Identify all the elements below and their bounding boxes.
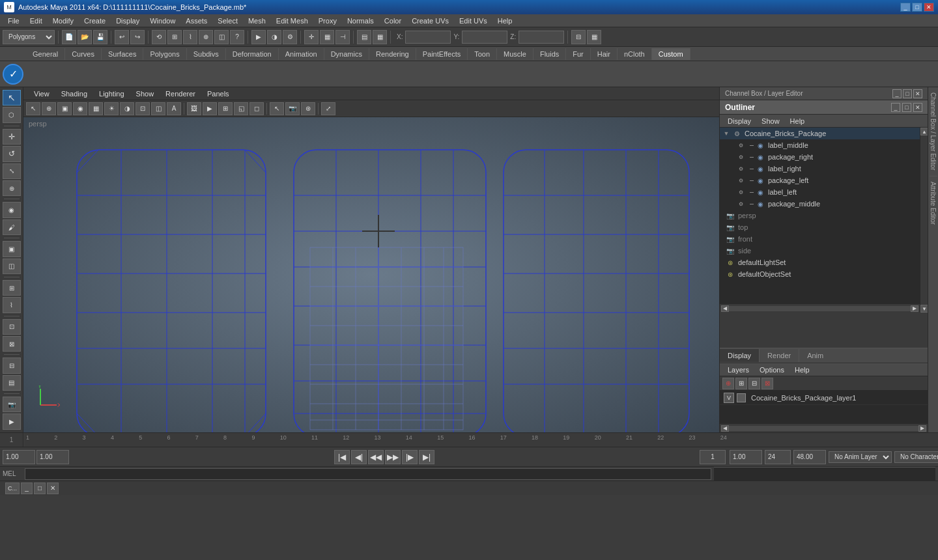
step-forward-button[interactable]: |▶ — [402, 450, 418, 464]
vp-menu-renderer[interactable]: Renderer — [160, 89, 201, 99]
lasso-select-button[interactable]: ⬡ — [3, 107, 21, 122]
menu-color[interactable]: Color — [379, 16, 406, 26]
vp-icon-camera-attr[interactable]: 📷 — [285, 102, 300, 115]
camera-button[interactable]: 📷 — [3, 397, 21, 412]
le-add-selected-button[interactable]: ⊞ — [735, 378, 747, 389]
shelf-tab-dynamics[interactable]: Dynamics — [324, 48, 369, 60]
ol-menu-display[interactable]: Display — [724, 116, 755, 126]
save-file-button[interactable]: 💾 — [93, 30, 107, 44]
le-menu-help[interactable]: Help — [791, 365, 814, 375]
vp-icon-xray[interactable]: ⊡ — [135, 102, 150, 115]
z-input[interactable] — [519, 31, 564, 44]
layout-button1[interactable]: ▤ — [357, 30, 371, 44]
playback-end-field[interactable] — [36, 450, 69, 464]
vp-icon-grid[interactable]: ⊞ — [218, 102, 233, 115]
timeline-ruler[interactable]: 1 2 3 4 5 6 7 8 9 10 11 12 13 14 15 16 1… — [23, 433, 730, 447]
show-last-button[interactable]: ◫ — [3, 259, 21, 274]
soft-select-button[interactable]: ◉ — [3, 202, 21, 217]
playback-start-field[interactable] — [3, 450, 35, 464]
menu-display[interactable]: Display — [111, 16, 145, 26]
delete-history-button[interactable]: ⊠ — [3, 336, 21, 352]
snap-curve-button[interactable]: ⌇ — [183, 30, 197, 44]
range-start-field[interactable] — [730, 450, 762, 464]
vp-icon-select[interactable]: ↖ — [26, 102, 40, 115]
ol-item-default-light-set[interactable]: ⊛ defaultLightSet — [720, 257, 920, 268]
vp-icon-hierarchy[interactable]: ⊕ — [42, 102, 56, 115]
ol-item-default-object-set[interactable]: ⊛ defaultObjectSet — [720, 268, 920, 280]
symmetry-button[interactable]: ⊣ — [335, 30, 350, 44]
play-back-button[interactable]: ◀◀ — [368, 450, 384, 464]
outliner-close-button[interactable]: ✕ — [913, 103, 922, 112]
ol-item-root[interactable]: ▼ ⚙ Cocaine_Bricks_Package — [720, 128, 920, 139]
snap-surface-button[interactable]: ◫ — [214, 30, 229, 44]
shelf-tab-animation[interactable]: Animation — [279, 48, 324, 60]
vp-menu-panels[interactable]: Panels — [202, 89, 234, 99]
universal-manip-button[interactable]: ⊕ — [3, 180, 21, 196]
outliner-scroll-left[interactable]: ◀ — [721, 305, 729, 312]
ol-item-label-left[interactable]: ⚙ ◉ label_left — [720, 186, 920, 198]
vp-icon-playblast[interactable]: ▶ — [203, 102, 217, 115]
step-back-button[interactable]: ◀| — [351, 450, 367, 464]
vp-icon-heads-up[interactable]: ◱ — [234, 102, 248, 115]
ol-item-package-left[interactable]: ⚙ ◉ package_left — [720, 175, 920, 186]
new-file-button[interactable]: 📄 — [62, 30, 76, 44]
shelf-tab-deformation[interactable]: Deformation — [226, 48, 279, 60]
le-tab-render[interactable]: Render — [760, 349, 799, 362]
shelf-tab-subdivs[interactable]: Subdivs — [187, 48, 226, 60]
layout-button2[interactable]: ▦ — [373, 30, 387, 44]
shelf-tab-ncloth[interactable]: nCloth — [618, 48, 652, 60]
menu-mesh[interactable]: Mesh — [243, 16, 271, 26]
help-button[interactable]: ? — [230, 30, 244, 44]
snap-to-grid-button[interactable]: ⊞ — [3, 280, 21, 296]
rotate-tool-button[interactable]: ↺ — [3, 146, 21, 161]
vp-menu-view[interactable]: View — [29, 89, 55, 99]
shelf-tab-curves[interactable]: Curves — [65, 48, 102, 60]
show-manipulator-button[interactable]: ✛ — [304, 30, 319, 44]
task-btn-min[interactable]: _ — [21, 483, 33, 494]
cmdline-input[interactable] — [25, 468, 711, 480]
display-mode-button[interactable]: ▣ — [3, 241, 21, 257]
range-end-field[interactable] — [765, 450, 791, 464]
menu-file[interactable]: File — [3, 16, 25, 26]
layer-scroll-right[interactable]: ▶ — [918, 425, 926, 432]
vp-menu-lighting[interactable]: Lighting — [94, 89, 130, 99]
cb-collapse-button[interactable]: _ — [892, 89, 902, 98]
menu-createuvs[interactable]: Create UVs — [406, 16, 454, 26]
select-tool-button[interactable]: ↖ — [3, 90, 21, 105]
menu-help[interactable]: Help — [492, 16, 518, 26]
vp-menu-show[interactable]: Show — [131, 89, 160, 99]
range-end2-field[interactable] — [793, 450, 826, 464]
x-input[interactable] — [405, 31, 451, 44]
ipr-button[interactable]: ◑ — [267, 30, 281, 44]
attribute-editor-strip-label[interactable]: Attribute Editor — [930, 179, 937, 227]
menu-select[interactable]: Select — [212, 16, 243, 26]
go-to-start-button[interactable]: |◀ — [334, 450, 350, 464]
play-forward-button[interactable]: ▶▶ — [385, 450, 401, 464]
expand-icon[interactable]: ▼ — [722, 130, 730, 137]
vp-icon-bookmark[interactable]: ⊛ — [301, 102, 315, 115]
shelf-tab-muscle[interactable]: Muscle — [497, 48, 533, 60]
ol-item-front[interactable]: 📷 front — [720, 233, 920, 245]
menu-window[interactable]: Window — [145, 16, 180, 26]
le-tab-anim[interactable]: Anim — [799, 349, 831, 362]
outliner-maximize-button[interactable]: □ — [902, 103, 911, 112]
task-btn-1[interactable]: C... — [5, 483, 20, 494]
le-menu-options[interactable]: Options — [756, 365, 788, 375]
le-remove-selected-button[interactable]: ⊟ — [748, 378, 760, 389]
vp-icon-isolate[interactable]: ◫ — [151, 102, 165, 115]
layer-item-1[interactable]: V Cocaine_Bricks_Package_layer1 — [720, 391, 928, 405]
vp-icon-select-all[interactable]: ◻ — [249, 102, 264, 115]
render-settings-button[interactable]: ⚙ — [283, 30, 297, 44]
window-controls[interactable]: _ □ ✕ — [900, 3, 934, 12]
shelf-tab-fluids[interactable]: Fluids — [533, 48, 566, 60]
undo-button[interactable]: ↩ — [115, 30, 129, 44]
menu-assets[interactable]: Assets — [180, 16, 212, 26]
task-btn-close[interactable]: ✕ — [47, 483, 59, 494]
layer-button[interactable]: ⊟ — [3, 357, 21, 373]
vp-icon-image-plane[interactable]: 🖼 — [187, 102, 201, 115]
viewport[interactable]: X Y persp — [23, 117, 719, 432]
menu-normals[interactable]: Normals — [342, 16, 379, 26]
cb-close-button[interactable]: ✕ — [913, 89, 922, 98]
scale-tool-button[interactable]: ⤡ — [3, 163, 21, 179]
shelf-tab-custom[interactable]: Custom — [652, 48, 690, 60]
